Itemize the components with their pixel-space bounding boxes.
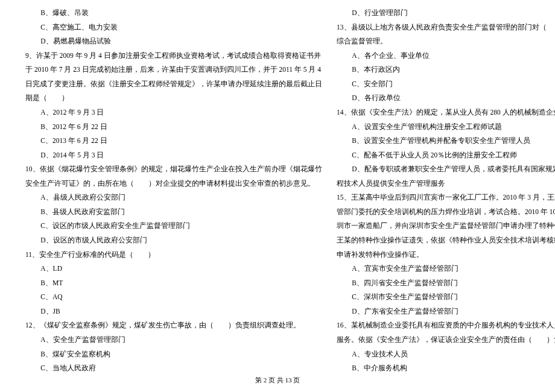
- left-column: B、爆破、吊装 C、高空施工、电力安装 D、易燃易爆物品试验 9、许某于 200…: [18, 6, 329, 374]
- page-footer: 第 2 页 共 13 页: [0, 374, 555, 392]
- q11-opt-c: C、AQ: [25, 290, 322, 305]
- q9-stem-l4: 期是（ ）: [25, 91, 322, 106]
- q12-opt-b: B、煤矿安全监察机构: [25, 347, 322, 362]
- q8-opt-d: D、易燃易爆物品试验: [25, 34, 322, 49]
- q13-opt-d: D、各行政单位: [337, 91, 555, 106]
- q9-opt-d: D、2014 年 5 月 3 日: [25, 148, 322, 163]
- q14-opt-d-l1: D、配备专职或者兼职安全生产管理人员，或者委托具有国家规定的相关专业技术资格的工: [337, 162, 555, 177]
- q13-opt-b: B、本行政区内: [337, 63, 555, 77]
- q8-opt-b: B、爆破、吊装: [25, 6, 322, 21]
- q15-stem-l3: 圳市一家造船厂，并向深圳市安全生产监督经管部门申请办理了特种作业操作证。2011…: [337, 219, 555, 233]
- q11-opt-d: D、JB: [25, 305, 322, 319]
- q16-stem-l2: 服务。依据《安全生产法》，保证该企业安全生产的责任由（ ）负责。: [337, 333, 555, 347]
- q10-opt-b: B、县级人民政府安监部门: [25, 205, 322, 220]
- q15-opt-a: A、宜宾市安全生产监督经管部门: [337, 262, 555, 276]
- q10-opt-c: C、设区的市级人民政府安全生产监督管理部门: [25, 219, 322, 233]
- q13-stem-l1: 13、县级以上地方各级人民政府负责安全生产监督管理的部门对（ ）的安全生产工作实…: [337, 21, 555, 35]
- right-column: D、行业管理部门 13、县级以上地方各级人民政府负责安全生产监督管理的部门对（ …: [329, 6, 555, 374]
- q15-stem-l2: 管部门委托的安全培训机构的压力焊作业培训，考试合格。2010 年 10 月，王某…: [337, 205, 555, 220]
- q14-opt-d-l2: 程技术人员提供安全生产管理服务: [337, 177, 555, 191]
- q16-opt-b: B、中介服务机构: [337, 361, 555, 376]
- q10-opt-d: D、设区的市级人民政府公安部门: [25, 233, 322, 248]
- q10-opt-a: A、县级人民政府公安部门: [25, 191, 322, 205]
- q9-stem-l2: 于 2010 年 7 月 23 日完成初始注册，后来，许某由于安置调动到四川工作…: [25, 63, 322, 77]
- q9-opt-a: A、2012 年 9 月 3 日: [25, 106, 322, 120]
- q13-stem-l2: 综合监督管理。: [337, 34, 555, 49]
- q11-stem: 11、安全生产行业标准的代码是（ ）: [25, 248, 322, 262]
- q16-stem-l1: 16、某机械制造企业委托具有相应资质的中介服务机构的专业技术人员为其提供安全生产…: [337, 318, 555, 333]
- q15-opt-b: B、四川省安全生产监督经管部门: [337, 276, 555, 291]
- q12-opt-d: D、行业管理部门: [337, 6, 555, 21]
- q11-opt-b: B、MT: [25, 276, 322, 291]
- q9-opt-c: C、2013 年 6 月 22 日: [25, 134, 322, 148]
- q14-opt-a: A、设置安全生产管理机构注册安全工程师试题: [337, 120, 555, 134]
- q15-stem-l4: 王某的特种作业操作证遗失，依据《特种作业人员安全技术培训考核经管规定》，王某应向…: [337, 233, 555, 248]
- q16-opt-a: A、专业技术人员: [337, 347, 555, 362]
- q15-stem-l5: 申请补发特种作业操作证。: [337, 248, 555, 262]
- q14-stem: 14、依据《安全生产法》的规定，某从业人员有 280 人的机械制造企业应当（ ）: [337, 106, 555, 120]
- q15-stem-l1: 15、王某高中毕业后到四川宜宾市一家化工厂工作。2010 年 3 月，王某参加市…: [337, 191, 555, 205]
- q8-opt-c: C、高空施工、电力安装: [25, 21, 322, 35]
- q13-opt-c: C、安全部门: [337, 77, 555, 92]
- q13-opt-a: A、各个企业、事业单位: [337, 49, 555, 63]
- q14-opt-c: C、配备不低于从业人员 20％比例的注册安全工程师: [337, 148, 555, 163]
- q9-stem-l1: 9、许某于 2009 年 9 月 4 日参加注册安全工程师执业资格考试，考试成绩…: [25, 49, 322, 63]
- q11-opt-a: A、LD: [25, 262, 322, 276]
- q9-stem-l3: 日完成了变更注册。依据《注册安全工程师经管规定》，许某申请办理延续注册的最后截止…: [25, 77, 322, 92]
- q14-opt-b: B、设置安全生产管理机构并配备专职安全生产管理人员: [337, 134, 555, 148]
- q12-opt-a: A、安全生产监督管理部门: [25, 333, 322, 347]
- page-content: B、爆破、吊装 C、高空施工、电力安装 D、易燃易爆物品试验 9、许某于 200…: [0, 0, 555, 374]
- q12-stem: 12、《煤矿安全监察条例》规定，煤矿发生伤亡事故，由（ ）负责组织调查处理。: [25, 318, 322, 333]
- q10-stem-l1: 10、依据《烟花爆竹安全管理条例》的规定，烟花爆竹生产企业在投入生产前办理《烟花…: [25, 162, 322, 177]
- q10-stem-l2: 安全生产许可证》的，由所在地（ ）对企业提交的申请材料提出安全审查的初步意见。: [25, 177, 322, 191]
- q9-opt-b: B、2012 年 6 月 22 日: [25, 120, 322, 134]
- q15-opt-d: D、广东省安全生产监督经管部门: [337, 305, 555, 319]
- q15-opt-c: C、深圳市安全生产监督经管部门: [337, 290, 555, 305]
